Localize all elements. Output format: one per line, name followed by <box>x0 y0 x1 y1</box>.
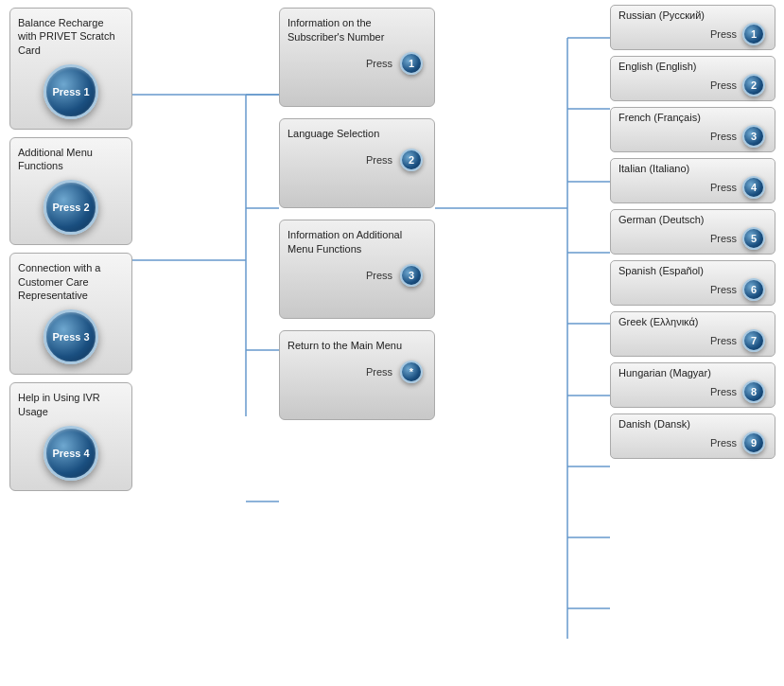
menu-box-2: Additional Menu Functions Press 2 <box>9 137 132 246</box>
lang-press-row-english: Press 2 <box>618 74 767 97</box>
lang-badge-french[interactable]: 3 <box>742 125 765 148</box>
lang-badge-greek[interactable]: 7 <box>742 329 765 352</box>
lang-name-french: French (Français) <box>618 112 701 123</box>
mid-box-1-press-row: Press 1 <box>287 52 427 75</box>
lang-badge-spanish[interactable]: 6 <box>742 278 765 301</box>
lang-press-label-italian: Press <box>710 182 737 193</box>
lang-box-danish: Danish (Dansk) Press 9 <box>610 413 775 459</box>
lang-press-label-danish: Press <box>710 437 737 449</box>
lang-badge-english[interactable]: 2 <box>742 74 765 97</box>
lang-press-row-german: Press 5 <box>618 227 767 250</box>
lang-name-hungarian: Hungarian (Magyar) <box>618 367 711 378</box>
lang-box-german: German (Deutsch) Press 5 <box>610 209 775 255</box>
lang-press-label-russian: Press <box>710 28 737 40</box>
mid-box-1: Information on the Subscriber's Number P… <box>279 8 435 107</box>
lang-badge-russian[interactable]: 1 <box>742 23 765 45</box>
lang-box-hungarian: Hungarian (Magyar) Press 8 <box>610 362 775 408</box>
menu-box-2-title: Additional Menu Functions <box>18 146 124 173</box>
lang-press-label-greek: Press <box>710 335 737 346</box>
lang-badge-german[interactable]: 5 <box>742 227 765 250</box>
lang-box-italian: Italian (Italiano) Press 4 <box>610 158 775 203</box>
lang-press-row-spanish: Press 6 <box>618 278 767 301</box>
diagram: Balance Recharge with PRIVET Scratch Car… <box>0 0 784 686</box>
lang-press-label-french: Press <box>710 131 737 142</box>
lang-badge-italian[interactable]: 4 <box>742 176 765 199</box>
lang-press-label-german: Press <box>710 233 737 244</box>
col1-menu: Balance Recharge with PRIVET Scratch Car… <box>9 8 132 491</box>
mid-box-2-badge[interactable]: 2 <box>400 149 423 171</box>
mid-box-2-title: Language Selection <box>287 127 379 141</box>
menu-box-3-press[interactable]: Press 3 <box>44 309 98 364</box>
mid-box-2-press-row: Press 2 <box>287 149 427 171</box>
lang-press-label-hungarian: Press <box>710 386 737 397</box>
lang-press-row-danish: Press 9 <box>618 431 767 454</box>
lang-box-russian: Russian (Русский) Press 1 <box>610 5 775 50</box>
lang-press-label-english: Press <box>710 79 737 91</box>
lang-box-greek: Greek (Ελληνικά) Press 7 <box>610 311 775 357</box>
menu-box-4-press[interactable]: Press 4 <box>44 426 98 481</box>
menu-box-4: Help in Using IVR Usage Press 4 <box>9 382 132 491</box>
mid-box-1-badge[interactable]: 1 <box>400 52 423 75</box>
mid-box-1-title: Information on the Subscriber's Number <box>287 16 427 44</box>
mid-box-4-badge[interactable]: * <box>400 361 423 383</box>
lang-press-row-greek: Press 7 <box>618 329 767 352</box>
lang-press-row-italian: Press 4 <box>618 176 767 199</box>
menu-box-3: Connection with a Customer Care Represen… <box>9 253 132 375</box>
mid-box-4: Return to the Main Menu Press * <box>279 330 435 420</box>
mid-box-3-badge[interactable]: 3 <box>400 264 423 287</box>
lang-name-danish: Danish (Dansk) <box>618 418 690 430</box>
mid-box-2-press-label: Press <box>366 154 392 166</box>
menu-box-1-title: Balance Recharge with PRIVET Scratch Car… <box>18 16 124 57</box>
lang-badge-hungarian[interactable]: 8 <box>742 380 765 403</box>
mid-box-2: Language Selection Press 2 <box>279 118 435 208</box>
lang-press-row-french: Press 3 <box>618 125 767 148</box>
mid-box-1-press-label: Press <box>366 58 392 69</box>
menu-box-2-press[interactable]: Press 2 <box>44 180 98 235</box>
lang-press-row-hungarian: Press 8 <box>618 380 767 403</box>
menu-box-3-title: Connection with a Customer Care Represen… <box>18 261 124 302</box>
mid-box-4-press-row: Press * <box>287 361 427 383</box>
lang-name-greek: Greek (Ελληνικά) <box>618 316 698 327</box>
menu-box-1-press[interactable]: Press 1 <box>44 64 98 119</box>
lang-box-french: French (Français) Press 3 <box>610 107 775 152</box>
mid-box-4-press-label: Press <box>366 366 392 378</box>
lang-name-italian: Italian (Italiano) <box>618 163 689 174</box>
menu-box-4-title: Help in Using IVR Usage <box>18 391 124 418</box>
mid-box-3-press-label: Press <box>366 270 392 281</box>
lang-name-german: German (Deutsch) <box>618 214 704 225</box>
lang-box-english: English (English) Press 2 <box>610 56 775 101</box>
lang-press-row-russian: Press 1 <box>618 23 767 45</box>
menu-box-1: Balance Recharge with PRIVET Scratch Car… <box>9 8 132 130</box>
lang-box-spanish: Spanish (Español) Press 6 <box>610 260 775 306</box>
lang-name-english: English (English) <box>618 61 697 72</box>
lang-badge-danish[interactable]: 9 <box>742 431 765 454</box>
col3-languages: Russian (Русский) Press 1 English (Engli… <box>610 5 775 459</box>
mid-box-3-title: Information on Additional Menu Functions <box>287 228 427 256</box>
lang-press-label-spanish: Press <box>710 284 737 295</box>
mid-box-3-press-row: Press 3 <box>287 264 427 287</box>
col2-menu: Information on the Subscriber's Number P… <box>279 8 435 420</box>
lang-name-spanish: Spanish (Español) <box>618 265 704 276</box>
lang-name-russian: Russian (Русский) <box>618 9 705 21</box>
mid-box-4-title: Return to the Main Menu <box>287 339 402 353</box>
mid-box-3: Information on Additional Menu Functions… <box>279 220 435 319</box>
